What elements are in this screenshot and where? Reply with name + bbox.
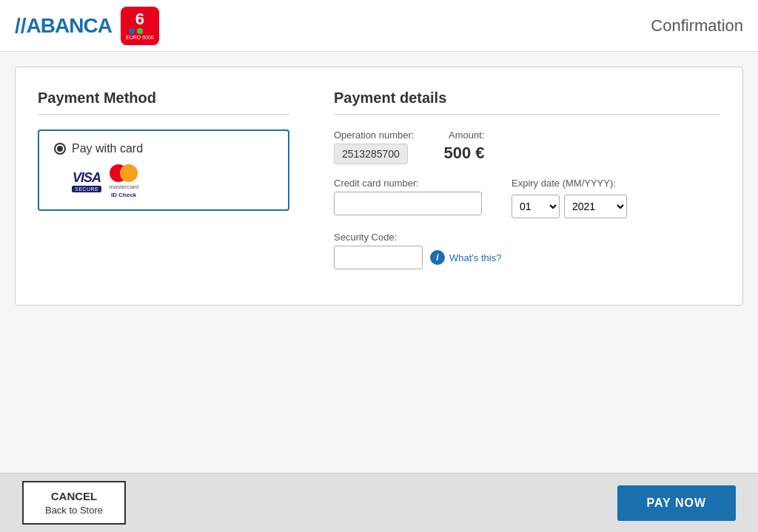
logo-group: // ABANCA 6 EURO 6000 <box>15 7 159 45</box>
idcheck-text: ID Check <box>111 192 136 198</box>
amount-label: Amount: <box>443 129 484 141</box>
mc-circle-orange <box>120 164 138 182</box>
dot-blue <box>129 28 135 34</box>
main-content: Payment Method Pay with card VISA SECURE <box>0 52 758 473</box>
footer: CANCEL Back to Store PAY NOW <box>0 473 758 532</box>
expiry-label: Expiry date (MM/YYYY): <box>512 178 616 189</box>
credit-card-input[interactable] <box>334 192 482 215</box>
operation-number-label: Operation number: <box>334 129 414 141</box>
dot-red <box>145 28 151 34</box>
security-code-input[interactable] <box>334 246 423 269</box>
pay-now-button[interactable]: PAY NOW <box>617 485 737 521</box>
cancel-label-bottom: Back to Store <box>38 504 110 517</box>
euro6000-number: 6 <box>135 11 144 27</box>
operation-number-value: 2513285700 <box>334 144 408 164</box>
header: // ABANCA 6 EURO 6000 Confirmation <box>0 0 758 52</box>
operation-number-group: Operation number: 2513285700 <box>334 129 414 164</box>
payment-details-divider <box>334 114 720 115</box>
expiry-month-select[interactable]: 01 02 03 04 05 06 07 08 09 10 11 12 <box>512 195 560 218</box>
visa-logo-group: VISA SECURE <box>72 170 101 192</box>
operation-amount-row: Operation number: 2513285700 Amount: 500… <box>334 129 720 178</box>
payment-details-title: Payment details <box>334 90 720 107</box>
whats-this-link[interactable]: i What's this? <box>430 250 501 265</box>
amount-value: 500 € <box>443 144 484 163</box>
mastercard-text: mastercard <box>109 183 138 190</box>
payment-option-box: Pay with card VISA SECURE mastercard ID … <box>38 129 289 211</box>
card-logos: VISA SECURE mastercard ID Check <box>54 164 273 198</box>
abanca-slashes-icon: // <box>15 14 27 38</box>
radio-inner-dot <box>57 146 63 152</box>
pay-with-card-label: Pay with card <box>72 142 143 155</box>
mastercard-logo-group: mastercard ID Check <box>109 164 138 198</box>
payment-method-title: Payment Method <box>38 90 289 107</box>
expiry-group: Expiry date (MM/YYYY): 01 02 03 04 05 06… <box>512 178 627 218</box>
security-code-label: Security Code: <box>334 232 720 243</box>
pay-with-card-row: Pay with card <box>54 142 273 155</box>
payment-details-section: Payment details Operation number: 251328… <box>334 90 720 283</box>
euro6000-dots <box>129 28 151 34</box>
dot-green <box>137 28 143 34</box>
payment-card: Payment Method Pay with card VISA SECURE <box>15 67 743 306</box>
page-title: Confirmation <box>651 16 743 36</box>
payment-method-section: Payment Method Pay with card VISA SECURE <box>38 90 289 283</box>
credit-card-group: Credit card number: <box>334 178 482 215</box>
expiry-selects: 01 02 03 04 05 06 07 08 09 10 11 12 <box>512 195 627 218</box>
mastercard-circles-icon <box>110 164 138 182</box>
card-expiry-row: Credit card number: Expiry date (MM/YYYY… <box>334 178 720 232</box>
euro6000-sub: EURO 6000 <box>126 35 154 40</box>
security-row: i What's this? <box>334 246 720 269</box>
expiry-year-select[interactable]: 2021 2022 2023 2024 2025 <box>564 195 627 218</box>
radio-card-icon[interactable] <box>54 143 66 155</box>
info-icon: i <box>430 250 445 265</box>
abanca-name: ABANCA <box>27 14 112 38</box>
payment-method-divider <box>38 114 289 115</box>
credit-card-label: Credit card number: <box>334 178 482 189</box>
abanca-logo: // ABANCA <box>15 14 112 38</box>
security-code-group: Security Code: i What's this? <box>334 232 720 269</box>
euro6000-logo: 6 EURO 6000 <box>121 7 159 45</box>
visa-logo-text: VISA <box>73 170 101 186</box>
cancel-label-top: CANCEL <box>38 488 110 504</box>
visa-secure-badge: SECURE <box>72 186 101 192</box>
whats-this-label: What's this? <box>449 252 501 263</box>
amount-group: Amount: 500 € <box>443 129 484 163</box>
cancel-button[interactable]: CANCEL Back to Store <box>22 481 126 525</box>
